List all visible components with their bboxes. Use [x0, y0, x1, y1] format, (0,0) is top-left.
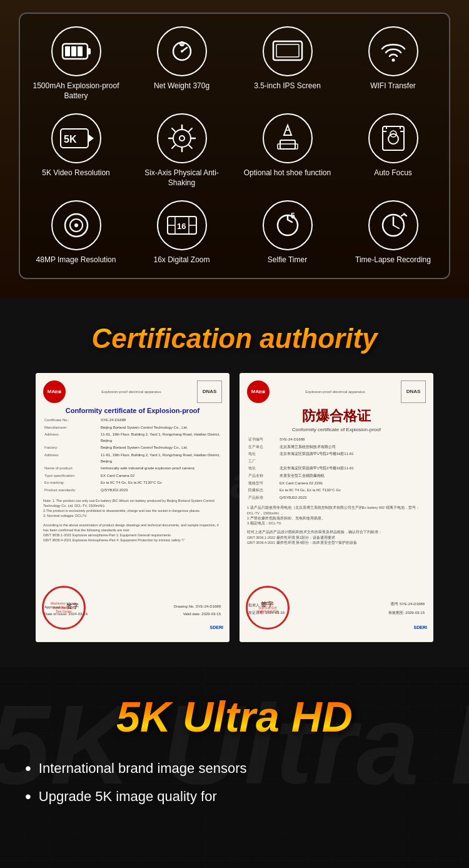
cert-chinese-subtitle: Explosion-proof electrical apparatus	[270, 390, 401, 394]
weight-icon	[157, 26, 207, 76]
screen-label: 3.5-inch IPS Screen	[254, 81, 321, 91]
feature-weight: Net Weight 370g	[132, 26, 231, 101]
feature-selfie: 5 Selfie Timer	[238, 200, 337, 265]
svg-point-31	[388, 134, 398, 144]
cert-sderi-label: SDERI	[210, 625, 223, 630]
5k-icon: 5K	[51, 113, 101, 163]
selfie-icon: 5	[263, 200, 313, 250]
svg-rect-3	[71, 46, 76, 56]
cert-card-english: MA防爆 Explosion-proof electrical apparatu…	[36, 373, 229, 642]
feature-48mp: 48MP Image Resolution	[26, 200, 126, 265]
cert-english-stamp-area: Machinery IndustrySupervisory andTest Ce…	[42, 586, 223, 630]
fivek-title: 5K Ultra HD	[19, 692, 450, 741]
feature-hotshoe: Optional hot shoe function	[238, 113, 337, 188]
bullet-dot-1: •	[25, 760, 31, 777]
fivek-bullet-2: • Upgrade 5K image quality for	[25, 788, 450, 806]
cert-english-header: MA防爆 Explosion-proof electrical apparatu…	[43, 380, 222, 403]
svg-rect-1	[88, 48, 91, 54]
cert-chinese-title-area: Explosion-proof electrical apparatus	[270, 390, 401, 394]
feature-timelapse: Time-Lapse Recording	[343, 200, 443, 265]
cert-english-stamp: Machinery IndustrySupervisory andTest Ce…	[42, 586, 86, 630]
svg-line-23	[189, 128, 192, 131]
svg-point-9	[181, 50, 183, 53]
cert-chinese-sub-title: Conformity certificate of Explosion-proo…	[247, 427, 426, 432]
cert-english-main-title: Conformity certificate of Explosion-proo…	[43, 407, 222, 414]
48mp-label: 48MP Image Resolution	[36, 255, 116, 265]
cert-card-chinese-inner: MA防爆 Explosion-proof electrical apparatu…	[240, 373, 433, 642]
weight-label: Net Weight 370g	[154, 81, 209, 91]
fivek-bullets: • International brand image sensors • Up…	[19, 760, 450, 805]
svg-line-22	[189, 145, 192, 148]
svg-line-21	[172, 128, 175, 131]
antishake-label: Six-Axis Physical Anti-Shaking	[132, 168, 231, 188]
autofocus-icon	[368, 113, 418, 163]
svg-rect-30	[383, 126, 404, 150]
48mp-icon	[51, 200, 101, 250]
battery-icon	[51, 26, 101, 76]
certification-section: ification authority Certification author…	[0, 298, 469, 667]
svg-text:16: 16	[177, 222, 186, 231]
fivek-section: 5K Ultra HD 5K Ultra HD • International …	[0, 667, 469, 868]
bullet-dot-2: •	[25, 788, 31, 805]
cert-card-english-inner: MA防爆 Explosion-proof electrical apparatu…	[36, 373, 229, 642]
wifi-label: WIFI Transfer	[370, 81, 416, 91]
cert-chinese-main-title: 防爆合格证	[247, 407, 426, 426]
selfie-label: Selfie Timer	[268, 255, 307, 265]
feature-zoom: 16 16x Digital Zoom	[132, 200, 231, 265]
cert-sderi-label-2: SDERI	[414, 625, 427, 630]
hotshoe-icon	[263, 113, 313, 163]
fivek-bullet-2-text: Upgrade 5K image quality for	[39, 788, 217, 806]
antishake-icon	[157, 113, 207, 163]
cert-english-title-area: Explosion-proof electrical apparatus	[66, 390, 197, 394]
svg-text:5: 5	[291, 212, 295, 220]
zoom-label: 16x Digital Zoom	[153, 255, 209, 265]
timelapse-icon	[368, 200, 418, 250]
feature-wifi: WIFI Transfer	[343, 26, 443, 101]
hotshoe-label: Optional hot shoe function	[244, 168, 331, 178]
fivek-bullet-1: • International brand image sensors	[25, 760, 450, 778]
svg-point-39	[74, 223, 78, 227]
feature-autofocus: Auto Focus	[343, 113, 443, 188]
svg-rect-26	[280, 140, 295, 149]
cert-english-subtitle: Explosion-proof electrical apparatus	[66, 390, 197, 394]
cert-card-chinese: MA防爆 Explosion-proof electrical apparatu…	[240, 373, 433, 642]
screen-icon	[263, 26, 313, 76]
dnas-logo-1: DNAS	[197, 380, 222, 403]
ma-logo-1: MA防爆	[43, 380, 66, 403]
cert-chinese-content: 证书编号SYE-24-D1688 生产单位北京系博兰系统控制技术有限公司 地址北…	[247, 436, 426, 545]
features-grid: 1500mAh Explosion-proof Battery Net Weig…	[19, 13, 450, 279]
battery-label: 1500mAh Explosion-proof Battery	[26, 81, 126, 101]
svg-rect-2	[65, 46, 70, 56]
zoom-icon: 16	[157, 200, 207, 250]
cert-chinese-stamp: 机械工业仪器仪表综合技术经济研究所	[246, 586, 290, 630]
wifi-icon	[368, 26, 418, 76]
feature-antishake: Six-Axis Physical Anti-Shaking	[132, 113, 231, 188]
cert-chinese-header: MA防爆 Explosion-proof electrical apparatu…	[247, 380, 426, 403]
cert-cards: MA防爆 Explosion-proof electrical apparatu…	[13, 373, 456, 642]
feature-5k: 5K 5K Video Resolution	[26, 113, 126, 188]
svg-point-25	[179, 136, 184, 141]
svg-line-51	[404, 213, 406, 216]
cert-chinese-stamp-area: 机械工业仪器仪表综合技术经济研究所 SDERI	[246, 586, 427, 630]
features-section: 1500mAh Explosion-proof Battery Net Weig…	[0, 0, 469, 298]
ma-logo-2: MA防爆	[247, 380, 270, 403]
fivek-bullet-1-text: International brand image sensors	[39, 760, 247, 778]
svg-point-12	[391, 59, 395, 62]
svg-rect-11	[276, 44, 299, 57]
cert-english-content: Certificate No.:SYE-24-D1688 Manufacture…	[43, 417, 222, 543]
timelapse-label: Time-Lapse Recording	[355, 255, 431, 265]
svg-text:5K: 5K	[64, 134, 77, 145]
svg-point-16	[173, 130, 191, 147]
5k-label: 5K Video Resolution	[42, 168, 110, 178]
cert-title: Certification authority	[13, 323, 456, 354]
feature-battery: 1500mAh Explosion-proof Battery	[26, 26, 126, 101]
autofocus-label: Auto Focus	[374, 168, 412, 178]
svg-marker-15	[89, 135, 94, 142]
feature-screen: 3.5-inch IPS Screen	[238, 26, 337, 101]
dnas-logo-2: DNAS	[401, 380, 426, 403]
svg-line-24	[172, 145, 175, 148]
svg-rect-4	[78, 46, 83, 56]
